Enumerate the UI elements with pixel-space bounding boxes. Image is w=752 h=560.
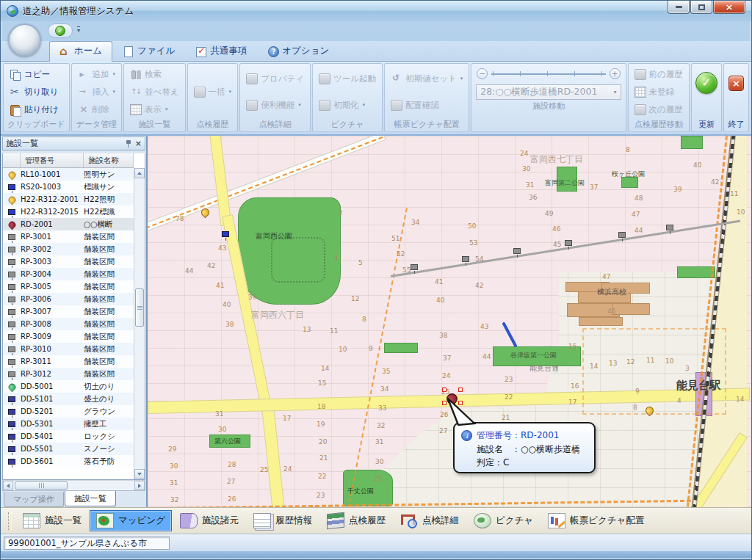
slider-track[interactable] [491,70,605,77]
ribbon-button-tool-launch[interactable]: ツール起動 [315,73,380,85]
pin-marker-icon [7,170,17,180]
facility-move-slider[interactable]: − + [474,65,623,79]
map-square-marker[interactable] [411,264,418,270]
facility-row-RP-3005[interactable]: RP-3005舗装区間 [3,280,134,293]
scroll-track[interactable] [13,481,134,490]
toolbar-button-history-info[interactable]: 履歴情報 [247,510,319,531]
facility-row-RP-3008[interactable]: RP-3008舗装区間 [3,318,134,330]
maximize-button[interactable] [690,1,712,14]
scroll-track[interactable] [134,178,145,469]
marker-column-header[interactable] [3,153,21,167]
facility-row-RP-3009[interactable]: RP-3009舗装区間 [3,330,134,343]
scroll-up-button[interactable] [134,168,145,178]
minimize-button[interactable] [668,1,690,14]
exit-button[interactable]: × [728,76,744,91]
facility-row-RP-3010[interactable]: RP-3010舗装区間 [3,343,134,355]
facility-row-RS20-1003[interactable]: RS20-1003標識サン [3,181,134,193]
application-menu-button[interactable] [8,23,41,57]
ribbon-button-unregistered[interactable]: 未登録 [631,86,687,98]
facility-row-RP-3012[interactable]: RP-3012舗装区間 [3,368,134,380]
facility-row-RP-3001[interactable]: RP-3001舗装区間 [3,230,134,243]
facility-row-RD-2001[interactable]: RD-2001○○横断 [3,218,134,230]
ribbon-button-cut[interactable]: 切り取り [6,86,67,98]
facility-row-DD-5301[interactable]: DD-5301擁壁工 [3,418,134,430]
pin-icon[interactable] [125,139,132,148]
map-view[interactable]: 2430313649463784847444042391110784344424… [148,136,751,507]
toolbar-button-report-picture-placement[interactable]: 帳票ピクチャ配置 [541,510,651,531]
ribbon-button-properties[interactable]: プロパティ [242,73,308,85]
facility-row-DD-5001[interactable]: DD-5001切土のり [3,380,134,393]
toolbar-button-inspection-history[interactable]: 点検履歴 [320,510,392,531]
ribbon-button-view[interactable]: 表示▾ [126,103,183,116]
customize-quick-access-icon[interactable]: ▾ [77,26,80,33]
close-icon[interactable]: × [135,140,142,148]
facility-row-DD-5601[interactable]: DD-5601落石予防 [3,455,134,468]
facility-row-RP-3003[interactable]: RP-3003舗装区間 [3,255,134,268]
tab-file[interactable]: ファイル [112,41,185,62]
map-square-marker[interactable] [565,240,572,246]
facility-row-RP-3002[interactable]: RP-3002舗装区間 [3,243,134,255]
block-number: 15 [318,379,326,387]
scroll-right-button[interactable] [134,481,145,490]
ribbon-button-default-set[interactable]: 初期値セット▾ [387,73,466,85]
block-number: 43 [218,244,226,252]
ribbon-button-placement-check[interactable]: 配置確認 [387,99,466,112]
facility-row-RP-3007[interactable]: RP-3007舗装区間 [3,305,134,318]
ribbon-button-prev-history[interactable]: 前の履歴 [631,68,687,81]
map-square-marker[interactable] [618,232,626,238]
slider-minus-icon[interactable]: − [477,68,488,79]
ribbon-button-next-history[interactable]: 次の履歴 [631,103,687,116]
selection-handle[interactable] [458,388,463,392]
toolbar-button-facility-spec[interactable]: 施設諸元 [173,510,245,531]
tab-map-operation[interactable]: マップ操作 [4,492,64,507]
facility-row-DD-5201[interactable]: DD-5201グラウン [3,405,134,418]
facility-row-RL10-1001[interactable]: RL10-1001照明サン [3,168,134,181]
id-column-header[interactable]: 管理番号 [21,153,84,167]
ribbon-button-batch[interactable]: 一括▾ [190,86,236,98]
facility-row-RP-3011[interactable]: RP-3011舗装区間 [3,355,134,368]
map-square-marker[interactable] [513,248,521,254]
scroll-left-button[interactable] [3,481,13,490]
map-square-marker[interactable] [462,256,469,262]
ribbon-button-copy[interactable]: コピー [6,68,67,81]
facility-row-H22-R312-2015[interactable]: H22-R312-2015H22標識 [3,206,134,218]
toolbar-button-facility-list[interactable]: 施設一覧 [16,510,88,531]
ribbon-button-paste[interactable]: 貼り付け [6,103,67,116]
selection-handle[interactable] [442,388,446,392]
tab-home[interactable]: ホーム [49,41,112,62]
close-button[interactable]: × [713,1,745,14]
name-column-header[interactable]: 施設名称 [84,153,134,167]
toolbar-button-inspection-detail[interactable]: 点検詳細 [394,510,466,531]
ribbon-button-utility-functions[interactable]: 便利機能▾ [242,99,308,112]
toolbar-button-picture[interactable]: ピクチャ [467,510,540,531]
facility-row-H22-R312-2001[interactable]: H22-R312-2001H22照明 [3,193,134,206]
facility-row-DD-5401[interactable]: DD-5401ロックシ [3,430,134,443]
scroll-thumb[interactable] [135,288,144,327]
horizontal-scrollbar[interactable] [2,480,145,491]
map-square-marker[interactable] [222,231,229,237]
quick-update-button[interactable]: ✓ [48,23,73,38]
facility-move-dropdown[interactable]: 28:○○横断歩道橋RD-2001 ▾ [476,84,621,100]
tab-common[interactable]: 共通事項 [185,41,257,62]
map-square-marker[interactable] [666,225,673,230]
ribbon-button-search[interactable]: 検索 [126,68,183,81]
toolbar-button-mapping[interactable]: マッピング [90,510,172,531]
scroll-down-button[interactable] [134,469,145,479]
update-button[interactable]: ✓ [695,72,717,94]
tab-facility-list[interactable]: 施設一覧 [65,491,116,506]
ribbon-button-initialize[interactable]: 初期化▾ [315,99,380,112]
facility-row-RP-3006[interactable]: RP-3006舗装区間 [3,293,134,305]
ribbon-button-delete[interactable]: 削除 [74,103,120,116]
facility-row-DD-5101[interactable]: DD-5101盛土のり [3,393,134,405]
vertical-scrollbar[interactable] [134,168,145,479]
scroll-thumb[interactable] [15,481,68,490]
ribbon-button-insert[interactable]: 挿入▾ [74,86,120,98]
window-controls: × [667,1,745,14]
facility-row-RP-3004[interactable]: RP-3004舗装区間 [3,268,134,280]
ribbon-button-add[interactable]: 追加▾ [74,68,120,81]
ribbon-button-sort[interactable]: 並べ替え [126,86,183,98]
facility-row-DD-5501[interactable]: DD-5501スノーシ [3,443,134,455]
ribbon-group-inspection-history-move: 前の履歴未登録次の履歴点検履歴移動 [628,63,690,132]
tab-options[interactable]: オプション [257,41,339,62]
slider-plus-icon[interactable]: + [610,68,621,79]
